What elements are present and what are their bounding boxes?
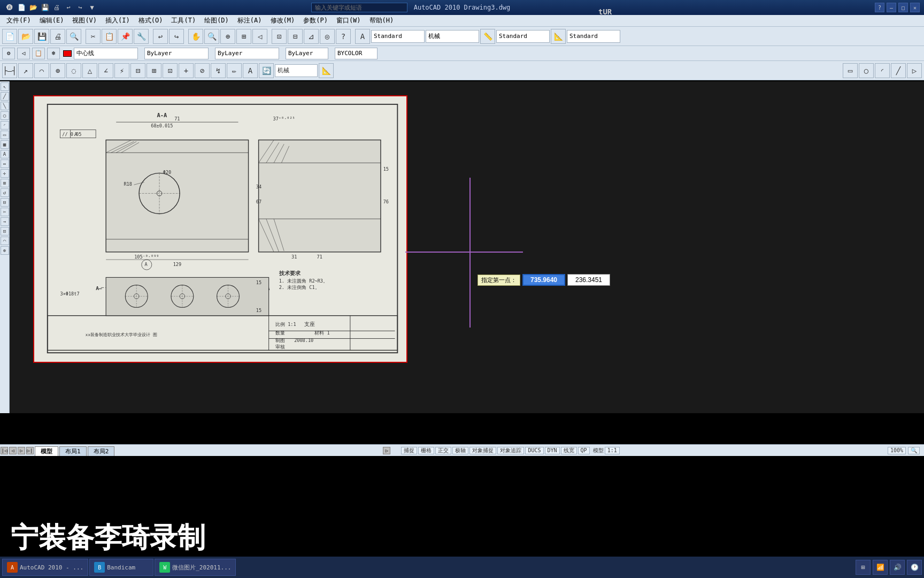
redo-tool[interactable]: ↪: [169, 29, 184, 44]
menu-help[interactable]: 帮助(H): [365, 15, 398, 26]
text-tool[interactable]: A: [355, 29, 370, 44]
paste-tool[interactable]: 📌: [118, 29, 133, 44]
grid-toggle[interactable]: ⊟: [288, 29, 303, 44]
layer-freeze-button[interactable]: ❄: [47, 48, 60, 59]
baseline-dim[interactable]: ⚡: [114, 63, 129, 78]
color-dropdown[interactable]: ByLayer: [144, 48, 209, 59]
menu-annotate[interactable]: 标注(A): [233, 15, 266, 26]
status-otrack[interactable]: 对象追踪: [497, 447, 524, 454]
pan-tool[interactable]: ✋: [188, 29, 203, 44]
continue-dim[interactable]: ⊟: [130, 63, 145, 78]
diameter-dim[interactable]: △: [82, 63, 97, 78]
lineweight-dropdown[interactable]: ByLayer: [286, 48, 328, 59]
osnap-toggle[interactable]: ⊡: [272, 29, 287, 44]
circle-tool[interactable]: ○: [1, 111, 9, 120]
coord-x-input[interactable]: [522, 274, 565, 286]
taskbar-wechat[interactable]: W 微信图片_202011...: [155, 559, 236, 576]
triangle-right[interactable]: ▷: [907, 63, 922, 78]
dim-text-edit[interactable]: A: [243, 63, 258, 78]
mirror-tool[interactable]: ⊟: [1, 198, 9, 207]
restore-button[interactable]: □: [898, 3, 908, 12]
explode-tool[interactable]: ⊕: [1, 246, 9, 255]
tab-nav-next[interactable]: ▷: [18, 447, 25, 454]
tab-scroll-right[interactable]: ▷: [383, 447, 390, 454]
text-style-dropdown[interactable]: Standard: [371, 30, 425, 43]
menu-window[interactable]: 窗口(W): [332, 15, 365, 26]
zoom-tool[interactable]: 🔍: [204, 29, 219, 44]
arc-tool-right[interactable]: ◜: [875, 63, 890, 78]
aligned-dim[interactable]: ↗: [18, 63, 33, 78]
preview-tool[interactable]: 🔍: [66, 29, 81, 44]
tab-nav-first[interactable]: |◁: [1, 447, 8, 454]
dim-style-icon[interactable]: 📏: [480, 29, 495, 44]
print-tool[interactable]: 🖨: [50, 29, 65, 44]
undo-button[interactable]: ↩: [63, 2, 74, 13]
zoom-prev[interactable]: ◁: [252, 29, 267, 44]
menu-file[interactable]: 文件(F): [2, 15, 35, 26]
dimension-tool[interactable]: ↔: [1, 159, 9, 168]
fillet-tool[interactable]: ⌒: [1, 237, 9, 245]
open-button[interactable]: 📂: [28, 2, 38, 13]
tab-nav-prev[interactable]: ◁: [9, 447, 17, 454]
layer-manager-button[interactable]: ⚙: [2, 48, 15, 59]
plotstyle-color-dropdown[interactable]: BYCOLOR: [335, 48, 378, 59]
jogged-dim[interactable]: ↯: [211, 63, 226, 78]
dim-style-mgr[interactable]: 📐: [319, 63, 334, 78]
save-tool[interactable]: 💾: [34, 29, 49, 44]
zoom-extents[interactable]: ⊞: [236, 29, 251, 44]
ortho-toggle[interactable]: ⊿: [304, 29, 319, 44]
coord-y-input[interactable]: [567, 274, 610, 286]
linetype-dropdown[interactable]: ByLayer: [215, 48, 279, 59]
dim-edit[interactable]: ✏: [227, 63, 242, 78]
tolerance-dim[interactable]: ⊡: [163, 63, 178, 78]
arc-dim[interactable]: ⌒: [34, 63, 49, 78]
layer-state-button[interactable]: 📋: [32, 48, 45, 59]
minimize-button[interactable]: —: [887, 3, 896, 12]
save-button[interactable]: 💾: [40, 2, 50, 13]
new-button[interactable]: 📄: [16, 2, 27, 13]
center-mark[interactable]: +: [179, 63, 194, 78]
clock[interactable]: 🕐: [907, 560, 922, 575]
dim-btn2[interactable]: 📐: [551, 29, 566, 44]
drawing-area[interactable]: 支座 比例 1:1 数量 材料 1 制图 2008.10 审核 xx装备制造职业…: [10, 81, 924, 413]
zoom-100[interactable]: 100%: [888, 447, 906, 454]
dim-update[interactable]: 🔄: [259, 63, 274, 78]
angular-dim[interactable]: ∠: [98, 63, 113, 78]
mleader-dim[interactable]: ⊞: [147, 63, 161, 78]
mech-style-dropdown[interactable]: 机械: [426, 30, 479, 43]
arc-tool[interactable]: ◜: [1, 121, 9, 130]
circle-tool-right[interactable]: ○: [859, 63, 874, 78]
offset-tool[interactable]: ⊡: [1, 227, 9, 235]
tab-layout2[interactable]: 布局2: [88, 446, 115, 456]
rect-tool-right[interactable]: ▭: [843, 63, 858, 78]
taskbar-autocad[interactable]: A AutoCAD 2010 - ...: [2, 559, 88, 576]
status-dyn[interactable]: DYN: [545, 447, 560, 454]
inspect-dim[interactable]: ⊘: [195, 63, 210, 78]
status-ducs[interactable]: DUCS: [525, 447, 543, 454]
line-tool-right[interactable]: ╱: [891, 63, 906, 78]
menu-modify[interactable]: 修改(M): [266, 15, 299, 26]
status-grid[interactable]: 栅格: [418, 447, 434, 454]
polyline-tool[interactable]: ╲: [1, 102, 9, 110]
status-qp[interactable]: QP: [578, 447, 590, 454]
copy-tool[interactable]: 📋: [102, 29, 117, 44]
new-tool[interactable]: 📄: [2, 29, 17, 44]
dim-style-dropdown[interactable]: Standard: [496, 30, 550, 43]
tab-model[interactable]: 模型: [35, 446, 58, 456]
zoom-btn[interactable]: 🔍: [908, 447, 920, 454]
app-menu-button[interactable]: 🅐: [4, 2, 15, 13]
menu-insert[interactable]: 插入(I): [101, 15, 134, 26]
search-input[interactable]: [311, 3, 407, 12]
close-button[interactable]: ✕: [910, 3, 920, 12]
qa-dropdown[interactable]: ▼: [87, 2, 97, 13]
menu-tools[interactable]: 工具(T): [167, 15, 200, 26]
help-tool[interactable]: ?: [336, 29, 351, 44]
cut-tool[interactable]: ✂: [86, 29, 101, 44]
windows-icon[interactable]: ⊞: [856, 560, 871, 575]
menu-view[interactable]: 视图(V): [68, 15, 101, 26]
copy-tool-left[interactable]: ⊞: [1, 179, 9, 187]
status-lw[interactable]: 线宽: [561, 447, 577, 454]
trim-tool[interactable]: ✂: [1, 208, 9, 216]
move-tool[interactable]: ✛: [1, 169, 9, 178]
select-tool[interactable]: ↖: [1, 82, 9, 91]
